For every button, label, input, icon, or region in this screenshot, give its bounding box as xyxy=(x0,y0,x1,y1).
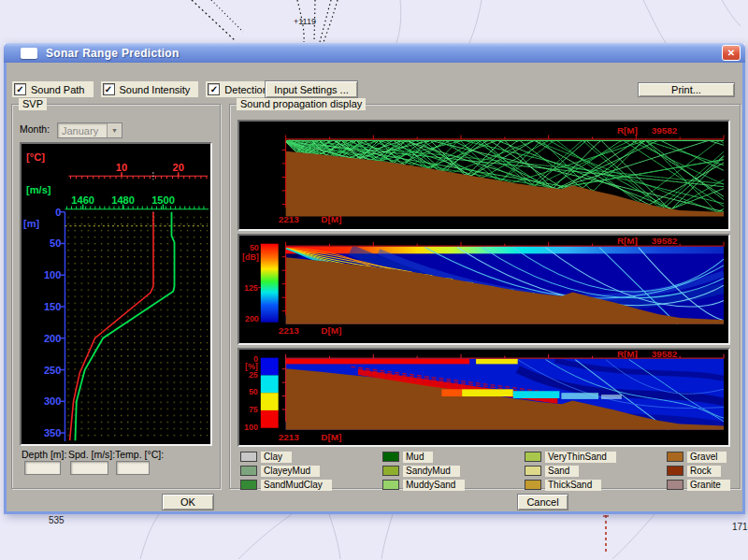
depth-axis-label: D[M] xyxy=(321,325,341,336)
legend-swatch xyxy=(382,452,399,462)
legend-label: Granite xyxy=(687,480,730,491)
legend-item-clayeymud: ClayeyMud xyxy=(240,466,382,477)
checkbox-box[interactable]: ✓ xyxy=(208,83,220,95)
checkbox-label: Sound Path xyxy=(31,84,85,95)
depth-tick: 100 xyxy=(44,269,62,280)
legend-item-gravel: Gravel xyxy=(667,452,730,463)
temp-tick: 10 xyxy=(116,162,127,173)
colorbar-max: 200 xyxy=(245,314,259,323)
depth-tick: 250 xyxy=(44,365,62,376)
legend-swatch xyxy=(382,466,399,476)
legend-item-mud: Mud xyxy=(382,452,525,463)
colorbar-tick: 100 xyxy=(244,423,258,432)
dialog-titlebar[interactable]: Sonar Range Prediction ✕ xyxy=(4,43,745,63)
sonar-range-prediction-dialog: Sonar Range Prediction ✕ ✓Sound Path✓Sou… xyxy=(4,43,745,514)
sound-intensity-display: 50[dB]125200R[M]395822213D[M] xyxy=(237,234,730,345)
cancel-button[interactable]: Cancel xyxy=(517,494,568,510)
month-value: January xyxy=(58,125,107,136)
speed-tick: 1480 xyxy=(111,194,135,206)
svp-group-label: SVP xyxy=(19,98,47,110)
range-axis-label: R[M] xyxy=(617,125,638,136)
colorbar-tick: 75 xyxy=(249,405,258,414)
legend-item-sandymud: SandyMud xyxy=(382,466,525,477)
depth-tick: 200 xyxy=(44,333,62,344)
legend-label: Mud xyxy=(403,452,433,463)
depth-value: 2213 xyxy=(279,325,300,336)
legend-swatch xyxy=(240,480,257,490)
svp-graph: [°C]1020[m/s]146014801500[m]050100150200… xyxy=(22,144,210,444)
map-depth-label-left: 535 xyxy=(49,515,65,525)
temp-input[interactable] xyxy=(116,461,150,475)
map-elevation-marker: +1119 xyxy=(294,17,316,26)
legend-label: VeryThinSand xyxy=(545,452,616,463)
temp-axis-label: [°C] xyxy=(26,151,45,163)
checkbox-sound-intensity[interactable]: ✓Sound Intensity xyxy=(101,81,199,97)
legend-label: SandyMud xyxy=(403,466,460,477)
legend-item-sand: Sand xyxy=(525,466,667,477)
legend-label: ThickSand xyxy=(545,480,601,491)
legend-item-verythinsand: VeryThinSand xyxy=(525,452,667,463)
legend-label: MuddySand xyxy=(403,480,465,491)
legend-swatch xyxy=(667,452,683,462)
colorbar-tick: 50 xyxy=(249,387,258,396)
legend-swatch xyxy=(525,452,541,462)
colorbar-unit: [dB] xyxy=(242,252,259,262)
range-value: 39582 xyxy=(652,350,678,359)
probability-colorbar-segment xyxy=(261,410,279,428)
checkbox-box[interactable]: ✓ xyxy=(103,83,115,95)
temp-field-label: Temp. [°C]: xyxy=(115,449,164,460)
legend-swatch xyxy=(667,466,683,476)
depth-input[interactable] xyxy=(24,461,61,475)
probability-colorbar-segment xyxy=(261,393,279,410)
legend-label: Sand xyxy=(545,466,579,477)
sediment-legend: ClayClayeyMudSandMudClayMudSandyMudMuddy… xyxy=(240,450,730,492)
input-settings-button[interactable]: Input Settings ... xyxy=(265,80,358,98)
checkbox-sound-path[interactable]: ✓Sound Path xyxy=(12,81,94,97)
map-depth-label-right: 1714 xyxy=(732,522,748,532)
legend-swatch xyxy=(525,466,541,476)
legend-label: ClayeyMud xyxy=(261,466,320,477)
sound-intensity-plot: 50[dB]125200R[M]395822213D[M] xyxy=(239,236,728,343)
range-value: 39582 xyxy=(652,125,678,136)
speed-input[interactable] xyxy=(70,461,108,475)
range-axis-label: R[M] xyxy=(617,350,638,359)
month-dropdown[interactable]: January ▼ xyxy=(57,122,122,138)
legend-label: Clay xyxy=(261,452,292,463)
depth-axis-label: D[M] xyxy=(321,432,341,442)
legend-label: SandMudClay xyxy=(261,480,332,491)
dialog-title: Sonar Range Prediction xyxy=(46,47,180,60)
app-icon xyxy=(21,48,37,59)
close-button[interactable]: ✕ xyxy=(722,45,741,61)
month-label: Month: xyxy=(20,123,50,135)
propagation-groupbox: Sound propagation display R[M]395822213D… xyxy=(229,104,741,489)
depth-field-label: Depth [m]: xyxy=(22,449,66,460)
close-icon: ✕ xyxy=(727,49,735,58)
legend-item-granite: Granite xyxy=(667,480,730,491)
legend-item-sandmudclay: SandMudClay xyxy=(240,480,382,491)
legend-item-muddysand: MuddySand xyxy=(382,480,525,491)
dropdown-arrow-icon[interactable]: ▼ xyxy=(107,123,122,137)
colorbar-mid: 125 xyxy=(244,283,258,293)
legend-item-thicksand: ThickSand xyxy=(525,480,667,491)
sound-path-plot: R[M]395822213D[M] xyxy=(239,122,728,229)
range-axis-label: R[M] xyxy=(617,236,638,246)
range-value: 39582 xyxy=(652,236,678,246)
route-dashed-line xyxy=(603,515,609,553)
probability-colorbar-segment xyxy=(261,375,279,393)
print-button[interactable]: Print... xyxy=(638,82,735,97)
temp-tick: 20 xyxy=(172,162,183,173)
legend-swatch xyxy=(240,466,257,476)
ok-button[interactable]: OK xyxy=(162,494,214,510)
depth-tick: 300 xyxy=(44,395,62,407)
detection-probability-display: 0[%]255075100R[M]395822213D[M] xyxy=(237,348,730,447)
legend-swatch xyxy=(382,480,399,490)
svp-graph-frame: [°C]1020[m/s]146014801500[m]050100150200… xyxy=(20,142,212,446)
checkbox-box[interactable]: ✓ xyxy=(14,83,26,95)
legend-item-rock: Rock xyxy=(667,466,730,477)
legend-swatch xyxy=(667,480,683,490)
legend-swatch xyxy=(240,452,257,462)
legend-swatch xyxy=(525,480,541,490)
depth-axis-label: [m] xyxy=(23,218,40,229)
checkbox-label: Sound Intensity xyxy=(120,84,191,95)
depth-axis-label: D[M] xyxy=(321,214,341,224)
